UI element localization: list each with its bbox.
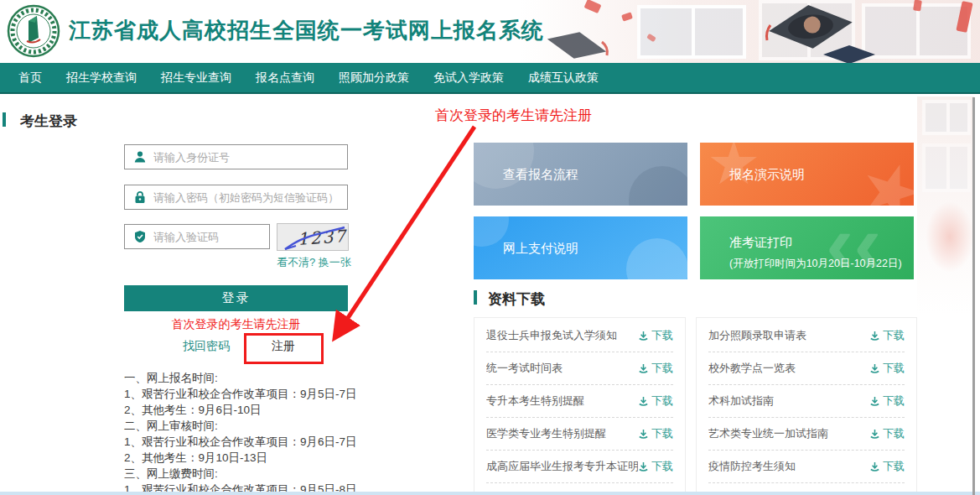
tile-print-admission-ticket[interactable]: ‹‹ 准考证打印 (开放打印时间为10月20日-10月22日) xyxy=(700,216,914,279)
nav-item-score-policy[interactable]: 成绩互认政策 xyxy=(528,70,599,86)
download-icon xyxy=(638,461,649,472)
download-link[interactable]: 下载 xyxy=(638,459,673,474)
download-row: 医学类专业考生特别提醒 下载 xyxy=(486,418,673,451)
download-row: 统一考试时间表 下载 xyxy=(486,352,673,385)
download-name: 专升本考生特别提醒 xyxy=(486,393,584,409)
tile-label: 查看报名流程 xyxy=(503,166,578,182)
download-name: 校外教学点一览表 xyxy=(708,361,796,376)
first-login-note: 首次登录的考生请先注册 xyxy=(124,317,348,332)
login-heading: 考生登录 xyxy=(20,112,77,131)
captcha-refresh-link[interactable]: 看不清? 换一张 xyxy=(277,255,349,270)
download-row: 成高应届毕业生报考专升本证明 下载 xyxy=(486,451,673,483)
scrollbar-thumb[interactable] xyxy=(972,97,975,495)
notice-line: 1、艰苦行业和校企合作改革项目：9月6日-7日 xyxy=(124,434,384,450)
download-link[interactable]: 下载 xyxy=(638,361,673,376)
tile-view-registration-process[interactable]: 查看报名流程 xyxy=(474,143,687,206)
site-title: 江苏省成人高校招生全国统一考试网上报名系统 xyxy=(69,16,544,45)
nav-item-major-query[interactable]: 招生专业查询 xyxy=(161,70,231,86)
id-field xyxy=(124,144,348,169)
download-icon xyxy=(869,429,880,440)
download-icon xyxy=(638,331,649,341)
main-nav: 首页 招生学校查询 招生专业查询 报名点查询 照顾加分政策 免试入学政策 成绩互… xyxy=(0,63,980,94)
download-row: 术科加试指南 下载 xyxy=(708,385,905,418)
password-input[interactable] xyxy=(153,185,347,209)
tile-label: 网上支付说明 xyxy=(503,240,578,256)
captcha-pen-stroke xyxy=(277,224,349,251)
notice-list: 一、网上报名时间: 1、艰苦行业和校企合作改革项目：9月5日-7日 2、其他考生… xyxy=(124,370,384,495)
download-icon xyxy=(869,461,880,472)
tile-online-payment-info[interactable]: 网上支付说明 xyxy=(474,216,687,279)
nav-item-site-query[interactable]: 报名点查询 xyxy=(256,70,314,86)
download-name: 统一考试时间表 xyxy=(486,361,563,376)
captcha-field xyxy=(124,224,270,249)
notice-line: 2、其他考生：9月6日-10日 xyxy=(124,402,384,418)
captcha-image[interactable]: 1237 xyxy=(277,223,349,251)
download-icon xyxy=(638,396,649,407)
downloads-card-right: 加分照顾录取申请表 下载 校外教学点一览表 下载 术科加试指南 下载 艺术类专业… xyxy=(696,317,917,495)
download-link[interactable]: 下载 xyxy=(869,393,905,409)
downloads-card-left: 退役士兵申报免试入学须知 下载 统一考试时间表 下载 专升本考生特别提醒 下载 … xyxy=(474,317,686,495)
download-row: 校外教学点一览表 下载 xyxy=(708,352,905,385)
header: 江苏省成人高校招生全国统一考试网上报名系统 xyxy=(0,0,980,63)
tile-subtitle: (开放打印时间为10月20日-10月22日) xyxy=(729,257,902,271)
register-hint-annotation: 首次登录的考生请先注册 xyxy=(435,106,592,125)
download-row: 艺术类专业统一加试指南 下载 xyxy=(708,418,905,451)
site-logo xyxy=(7,4,60,58)
download-row: 专升本考生特别提醒 下载 xyxy=(486,385,673,418)
notice-line: 一、网上报名时间: xyxy=(124,370,384,386)
download-icon xyxy=(638,363,649,374)
download-row: 加分照顾录取申请表 下载 xyxy=(708,320,905,352)
downloads-heading-bar xyxy=(474,290,477,305)
nav-item-home[interactable]: 首页 xyxy=(18,70,42,86)
notice-line: 1、艰苦行业和校企合作改革项目：9月5日-7日 xyxy=(124,386,384,402)
download-row: 疫情防控考生须知 下载 xyxy=(708,451,905,483)
download-icon xyxy=(869,396,880,407)
download-icon xyxy=(869,331,880,341)
background-blob xyxy=(926,201,974,273)
nav-item-school-query[interactable]: 招生学校查询 xyxy=(66,70,137,86)
register-highlight-box xyxy=(244,333,324,364)
download-row: 退役士兵申报免试入学须知 下载 xyxy=(486,320,673,352)
downloads-heading: 资料下载 xyxy=(488,289,545,309)
tile-label: 报名演示说明 xyxy=(729,166,805,182)
download-link[interactable]: 下载 xyxy=(869,459,905,474)
lock-icon xyxy=(133,190,147,204)
notice-line: 2、其他考生：9月10日-13日 xyxy=(124,450,384,466)
shield-check-icon xyxy=(133,230,147,243)
forgot-password-link[interactable]: 找回密码 xyxy=(183,339,230,354)
nav-item-exemption-policy[interactable]: 免试入学政策 xyxy=(433,70,504,86)
tile-label: 准考证打印 xyxy=(729,235,792,251)
page: 江苏省成人高校招生全国统一考试网上报名系统 首页 招生学校查询 招生专业查询 报… xyxy=(0,0,980,495)
download-name: 艺术类专业统一加试指南 xyxy=(708,426,828,441)
download-name: 医学类专业考生特别提醒 xyxy=(486,426,606,441)
download-link[interactable]: 下载 xyxy=(869,426,905,441)
download-icon xyxy=(638,429,649,440)
download-name: 退役士兵申报免试入学须知 xyxy=(486,328,617,343)
download-name: 术科加试指南 xyxy=(708,393,774,409)
download-link[interactable]: 下载 xyxy=(638,328,673,343)
login-button[interactable]: 登录 xyxy=(124,285,348,311)
star-decor: ★ xyxy=(850,146,914,206)
download-icon xyxy=(869,363,880,374)
notice-line: 三、网上缴费时间: xyxy=(124,466,384,482)
download-name: 加分照顾录取申请表 xyxy=(708,328,806,343)
notice-line: 二、网上审核时间: xyxy=(124,418,384,434)
download-name: 成高应届毕业生报考专升本证明 xyxy=(486,459,638,474)
user-icon xyxy=(133,150,147,164)
download-link[interactable]: 下载 xyxy=(869,361,905,376)
nav-item-bonus-policy[interactable]: 照顾加分政策 xyxy=(339,70,409,86)
id-input[interactable] xyxy=(153,145,347,169)
download-link[interactable]: 下载 xyxy=(638,426,673,441)
tile-registration-demo[interactable]: ★ ★ 报名演示说明 xyxy=(700,143,914,206)
bottom-strip xyxy=(0,492,980,495)
password-field xyxy=(124,185,348,210)
download-link[interactable]: 下载 xyxy=(869,328,905,343)
login-heading-bar xyxy=(3,112,6,127)
graduation-cap-icon xyxy=(543,25,610,63)
download-name: 疫情防控考生须知 xyxy=(708,459,796,474)
download-link[interactable]: 下载 xyxy=(638,393,673,409)
